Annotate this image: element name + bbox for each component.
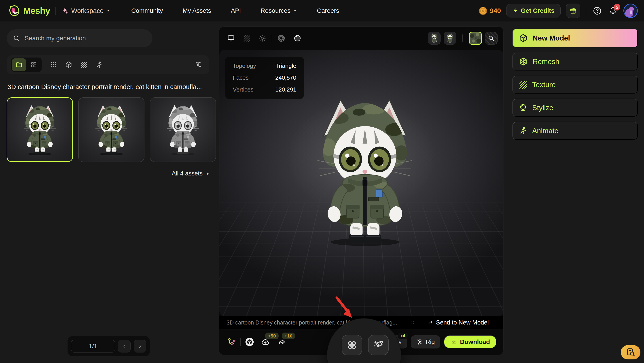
workflow-button[interactable]	[226, 336, 237, 348]
help-docs-button[interactable]	[621, 345, 640, 359]
nav-link-my-assets[interactable]: My Assets	[183, 7, 211, 14]
sparkle-bucket-icon	[372, 339, 384, 351]
expand-prompt-button[interactable]	[408, 318, 417, 327]
toolbar-divider	[462, 35, 463, 42]
render-view-button[interactable]	[225, 32, 237, 45]
dots-grid-icon	[50, 61, 57, 68]
help-button[interactable]	[592, 6, 602, 16]
bandaid-icon	[346, 339, 358, 351]
texture-button[interactable]: Texture	[512, 76, 638, 94]
model-filter-button[interactable]	[62, 58, 75, 71]
chevron-down-icon	[106, 9, 111, 13]
nav-links: Community My Assets API Resources Career…	[131, 7, 339, 14]
search-input[interactable]	[24, 35, 146, 42]
nav-right: 940 Get Credits 5	[478, 4, 638, 18]
animate-button[interactable]: Animate	[512, 122, 638, 140]
cube-icon	[65, 61, 72, 68]
search-bar	[7, 29, 152, 47]
folder-view-button[interactable]	[12, 58, 26, 71]
model-view-thumb-1[interactable]	[428, 32, 440, 45]
chevron-right-icon	[137, 343, 143, 349]
mesh-stats-panel: Topology Triangle Faces 240,570 Vertices…	[225, 57, 304, 99]
repair-button[interactable]	[342, 335, 362, 355]
texture-zoom-button[interactable]	[485, 32, 498, 45]
material-sphere-button[interactable]	[291, 32, 304, 45]
send-to-new-model-button[interactable]: Send to New Model	[427, 319, 489, 326]
animation-filter-button[interactable]	[92, 58, 106, 71]
monitor-icon	[227, 35, 235, 42]
gift-icon	[570, 7, 577, 14]
chevron-updown-icon	[410, 319, 416, 325]
all-assets-filter-button[interactable]	[47, 58, 60, 71]
magnifier-plus-icon	[488, 35, 495, 42]
nav-link-careers[interactable]: Careers	[317, 7, 339, 14]
wireframe-sphere-icon	[277, 34, 285, 42]
hatch-icon	[519, 80, 527, 89]
viewer-toolbar	[219, 27, 503, 50]
grid-view-button[interactable]	[27, 58, 41, 71]
page-indicator: 1/1	[71, 340, 115, 352]
chevron-left-icon	[122, 343, 127, 349]
cat-3d-model	[310, 95, 420, 249]
help-icon	[593, 6, 602, 15]
grid-icon	[31, 62, 37, 68]
cat-clay-thumb	[163, 103, 202, 156]
brand-name: Meshy	[23, 6, 50, 16]
workspace-label: Workspace	[71, 7, 104, 15]
remesh-button[interactable]: Remesh	[512, 53, 638, 71]
mini-cat-thumb	[430, 33, 438, 44]
get-credits-button[interactable]: Get Credits	[506, 4, 560, 18]
stylize-button[interactable]: Stylize	[512, 99, 638, 117]
embed-viewer-button[interactable]	[244, 336, 255, 348]
notification-badge: 5	[614, 4, 620, 11]
workspace-menu[interactable]: Workspace	[61, 7, 111, 15]
sun-icon	[258, 35, 266, 42]
nav-link-community[interactable]: Community	[131, 7, 163, 14]
lightning-icon	[512, 8, 518, 14]
next-page-button[interactable]	[134, 340, 146, 352]
generation-title: 3D cartoon Disney character portrait ren…	[8, 83, 208, 91]
search-icon	[13, 35, 20, 42]
model-view-thumb-2[interactable]	[444, 32, 456, 45]
prev-page-button[interactable]	[118, 340, 130, 352]
nav-link-resources[interactable]: Resources	[260, 7, 297, 14]
texture-filter-button[interactable]	[77, 58, 90, 71]
lighting-button[interactable]	[256, 32, 268, 45]
chevron-down-icon	[293, 9, 297, 13]
crystal-ball-icon	[519, 103, 527, 112]
mini-cat-thumb	[446, 33, 454, 44]
download-button[interactable]: Download	[444, 335, 497, 348]
cat-render-thumb	[20, 103, 60, 156]
workflow-nodes-icon	[227, 338, 236, 346]
chevron-right-icon	[206, 171, 209, 176]
all-assets-link[interactable]: All 4 assets	[172, 170, 209, 177]
viewport-canvas[interactable]: Topology Triangle Faces 240,570 Vertices…	[219, 50, 503, 316]
thumbnail-textured-1[interactable]	[7, 97, 73, 162]
notifications-button[interactable]: 5	[608, 6, 618, 16]
texture-map-thumb-selected[interactable]	[469, 32, 482, 45]
user-avatar[interactable]	[624, 4, 638, 18]
meshy-logo[interactable]: Meshy	[8, 5, 50, 17]
assets-sidebar: 3D cartoon Disney character portrait ren…	[7, 0, 209, 363]
publish-button[interactable]: +50	[260, 336, 271, 348]
cube-icon	[519, 34, 528, 43]
top-navbar: Meshy Workspace Community My Assets API …	[0, 0, 644, 22]
sort-filter-button[interactable]	[192, 58, 205, 71]
doc-search-icon	[626, 347, 635, 357]
toolbar-divider	[272, 35, 272, 42]
arrow-up-right-icon	[427, 319, 433, 325]
thumbnail-textured-2[interactable]	[78, 97, 144, 162]
model-viewer-panel: Topology Triangle Faces 240,570 Vertices…	[219, 27, 504, 355]
generation-thumbnails	[7, 97, 216, 162]
share-button[interactable]: +10	[276, 336, 288, 348]
texture-view-button[interactable]	[240, 32, 253, 45]
wireframe-toggle-button[interactable]	[275, 32, 288, 45]
rig-button[interactable]: Rig	[411, 335, 440, 348]
cat-render-thumb	[92, 103, 131, 156]
gift-button[interactable]	[566, 4, 580, 18]
thumbnail-clay-model[interactable]	[150, 97, 216, 162]
new-model-button[interactable]: New Model	[512, 29, 638, 48]
asset-type-filters	[47, 58, 106, 71]
nav-link-api[interactable]: API	[231, 7, 241, 14]
retexture-button[interactable]	[368, 335, 389, 355]
